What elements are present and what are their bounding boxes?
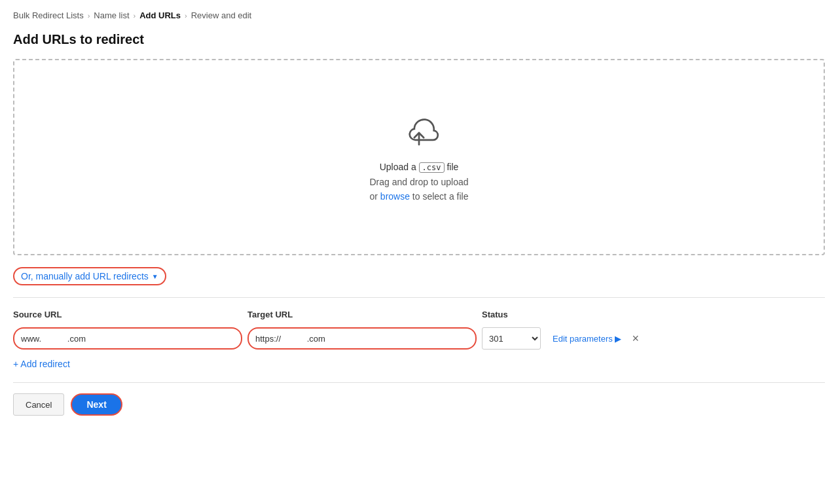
breadcrumb-chevron-3: › — [185, 12, 187, 20]
cloud-upload-icon — [395, 113, 443, 153]
browse-link[interactable]: browse — [380, 191, 410, 202]
breadcrumb-chevron-2: › — [134, 12, 136, 20]
source-url-input[interactable] — [13, 327, 242, 350]
manual-add-toggle[interactable]: Or, manually add URL redirects ▼ — [13, 267, 166, 285]
upload-browse-text: or browse to select a file — [370, 191, 469, 202]
section-divider — [13, 297, 825, 298]
page-title: Add URLs to redirect — [13, 32, 825, 47]
remove-redirect-button[interactable]: × — [627, 333, 644, 344]
breadcrumb-item-name[interactable]: Name list — [94, 10, 129, 20]
upload-instruction: Upload a .csv file — [380, 162, 459, 173]
action-buttons: Cancel Next — [13, 393, 825, 416]
target-url-input[interactable] — [247, 327, 477, 350]
breadcrumb: Bulk Redirect Lists › Name list › Add UR… — [13, 10, 825, 20]
breadcrumb-item-add-urls: Add URLs — [139, 10, 181, 20]
upload-drag-text: Drag and drop to upload — [370, 177, 469, 187]
upload-dropzone[interactable]: Upload a .csv file Drag and drop to uplo… — [13, 59, 825, 255]
add-redirect-link[interactable]: + Add redirect — [13, 359, 70, 369]
source-url-label: Source URL — [13, 310, 242, 319]
status-select[interactable]: 301 302 307 308 — [482, 327, 541, 350]
target-url-label: Target URL — [247, 310, 477, 319]
cancel-button[interactable]: Cancel — [13, 393, 64, 416]
next-button[interactable]: Next — [71, 393, 122, 416]
form-labels: Source URL Target URL Status — [13, 310, 825, 323]
breadcrumb-chevron-1: › — [88, 12, 90, 20]
redirect-form-row: 301 302 307 308 Edit parameters ▶ × — [13, 327, 825, 350]
edit-parameters-link[interactable]: Edit parameters ▶ — [553, 334, 621, 344]
breadcrumb-item-review: Review and edit — [191, 10, 252, 20]
csv-badge: .csv — [419, 162, 445, 173]
status-label: Status — [482, 310, 541, 319]
dropdown-arrow-icon: ▼ — [152, 273, 158, 280]
manual-add-label: Or, manually add URL redirects — [21, 271, 149, 281]
footer-divider — [13, 382, 825, 383]
breadcrumb-item-bulk[interactable]: Bulk Redirect Lists — [13, 10, 84, 20]
